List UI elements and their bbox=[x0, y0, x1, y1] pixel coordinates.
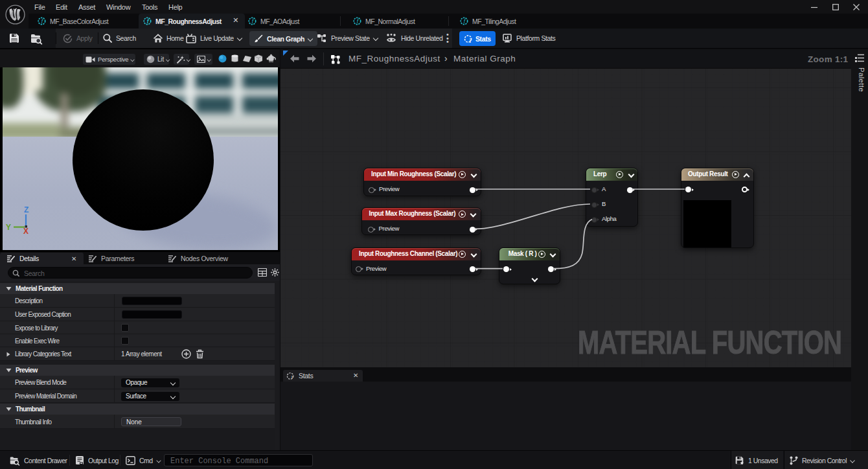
svg-text:i: i bbox=[291, 375, 293, 380]
svg-text:i: i bbox=[470, 38, 471, 43]
svg-text:Y: Y bbox=[6, 223, 11, 232]
svg-text:X: X bbox=[23, 227, 29, 236]
svg-text:Z: Z bbox=[24, 205, 29, 214]
